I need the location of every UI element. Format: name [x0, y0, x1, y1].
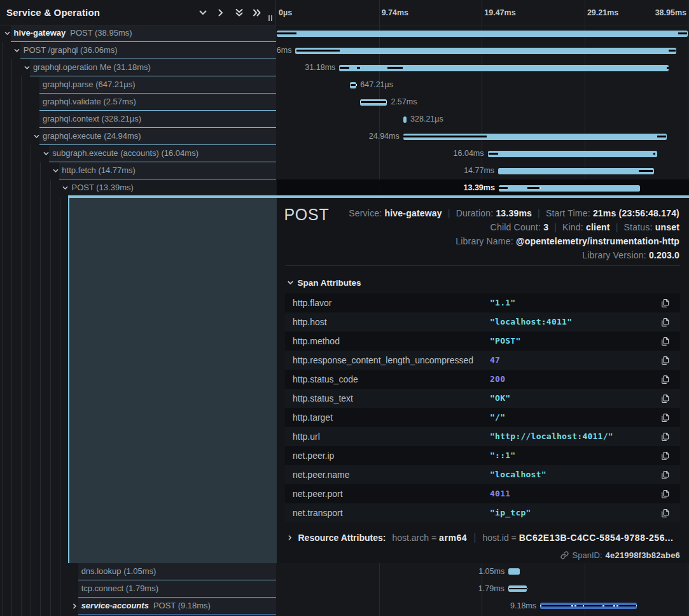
- span-row-name[interactable]: graphql.validate (2.57ms): [0, 94, 276, 111]
- attribute-row: http.url"http://localhost:4011/": [285, 427, 680, 446]
- field-separator: |: [442, 208, 456, 218]
- span-row-name[interactable]: POST /graphql (36.06ms): [0, 42, 276, 59]
- span-row-timeline[interactable]: 36.06ms: [277, 42, 689, 59]
- attribute-key: http.status_code: [293, 370, 358, 389]
- span-id-label: SpanID:: [573, 550, 602, 560]
- span-bar[interactable]: [499, 185, 640, 192]
- resource-value: arm64: [439, 533, 467, 543]
- copy-icon[interactable]: [661, 298, 670, 308]
- span-expand-chevron-icon[interactable]: [71, 603, 78, 610]
- span-collapse-chevron-icon[interactable]: [52, 167, 59, 174]
- span-bar[interactable]: [403, 116, 407, 123]
- collapse-all-icon[interactable]: [234, 8, 244, 18]
- indent-guide: [40, 162, 41, 616]
- copy-icon[interactable]: [661, 394, 670, 403]
- attribute-key: http.target: [293, 408, 333, 427]
- critical-path-segment: [576, 605, 583, 607]
- attribute-key: http.host: [293, 312, 327, 332]
- span-collapse-chevron-icon[interactable]: [13, 47, 20, 54]
- field-separator: |: [610, 222, 624, 232]
- resource-attributes-row[interactable]: Resource Attributes: host.arch = arm64|h…: [287, 531, 674, 544]
- critical-path-segment: [509, 588, 527, 590]
- span-row-timeline[interactable]: 1.05ms: [277, 563, 689, 580]
- span-detail-title: POST: [284, 206, 330, 224]
- copy-icon[interactable]: [661, 375, 670, 384]
- span-row-name[interactable]: http.fetch (14.77ms): [0, 162, 276, 179]
- span-attributes-table: http.flavor"1.1"http.host"localhost:4011…: [285, 293, 680, 522]
- span-row-name[interactable]: POST (13.39ms): [0, 179, 276, 197]
- attribute-value: "/": [490, 408, 505, 427]
- span-row-name[interactable]: tcp.connect (1.79ms): [0, 580, 276, 598]
- copy-icon[interactable]: [661, 508, 670, 518]
- span-row-name[interactable]: service-accountsPOST (9.18ms): [0, 598, 276, 615]
- span-bar[interactable]: [277, 31, 688, 37]
- copy-icon[interactable]: [661, 356, 670, 365]
- span-collapse-chevron-icon[interactable]: [33, 133, 40, 140]
- span-row-name[interactable]: graphql.context (328.21µs): [0, 111, 276, 128]
- overview-field: Kind: client: [562, 222, 610, 232]
- column-resize-grip[interactable]: [268, 15, 274, 21]
- timeline-tick-label: 29.21ms: [587, 0, 618, 25]
- overview-field: Status: unset: [624, 222, 679, 232]
- collapse-one-icon[interactable]: [198, 8, 208, 18]
- critical-path-segment: [541, 605, 571, 607]
- attribute-key: http.url: [293, 427, 320, 446]
- copy-icon[interactable]: [661, 337, 670, 346]
- span-collapse-chevron-icon[interactable]: [24, 64, 31, 71]
- span-bar[interactable]: [498, 168, 654, 174]
- critical-path-segment: [361, 101, 386, 103]
- span-collapse-chevron-icon[interactable]: [43, 150, 50, 157]
- overview-field: Start Time: 21ms (23:56:48.174): [546, 208, 679, 218]
- copy-icon[interactable]: [661, 413, 670, 423]
- link-icon[interactable]: [560, 551, 569, 559]
- copy-icon[interactable]: [661, 318, 670, 327]
- span-row-name[interactable]: graphql.operation Me (31.18ms): [0, 59, 276, 76]
- span-row-timeline[interactable]: 16.04ms: [277, 145, 689, 162]
- span-row-timeline[interactable]: 24.94ms: [277, 128, 689, 145]
- critical-path-segment: [499, 187, 508, 189]
- critical-path-segment: [527, 187, 539, 189]
- span-row-timeline[interactable]: 31.18ms: [277, 59, 689, 76]
- copy-icon[interactable]: [661, 451, 670, 461]
- operation-name: POST (9.18ms): [153, 601, 211, 610]
- span-row-name[interactable]: graphql.parse (647.21µs): [0, 76, 276, 94]
- critical-path-segment: [639, 170, 653, 172]
- span-bar[interactable]: [488, 151, 657, 157]
- span-collapse-chevron-icon[interactable]: [4, 30, 11, 37]
- span-row-timeline[interactable]: 328.21µs: [277, 111, 689, 128]
- critical-path-segment: [669, 50, 676, 52]
- resource-attributes-preview: host.arch = arm64|host.id = BC62E13B-C4C…: [392, 532, 673, 543]
- resource-value: BC62E13B-C4CC-5854-9788-256...: [519, 533, 674, 543]
- operation-name: POST (13.39ms): [72, 183, 134, 192]
- span-row-timeline[interactable]: [277, 25, 689, 42]
- span-row-timeline[interactable]: 14.77ms: [277, 162, 689, 179]
- critical-path-segment: [584, 605, 602, 607]
- span-row-name[interactable]: dns.lookup (1.05ms): [0, 563, 276, 580]
- span-row-name[interactable]: graphql.execute (24.94ms): [0, 128, 276, 145]
- copy-icon[interactable]: [661, 432, 670, 442]
- span-row-timeline[interactable]: 2.57ms: [277, 94, 689, 111]
- span-row-name[interactable]: subgraph.execute (accounts) (16.04ms): [0, 145, 276, 162]
- indent-guide: [31, 145, 31, 616]
- span-collapse-chevron-icon[interactable]: [62, 185, 69, 192]
- copy-icon[interactable]: [661, 489, 670, 499]
- expand-one-icon[interactable]: [216, 8, 226, 18]
- span-id-row: SpanID: 4e21998f3b82abe6: [560, 549, 680, 561]
- span-duration-label: 328.21µs: [410, 111, 443, 128]
- operation-name: graphql.context (328.21µs): [43, 114, 141, 123]
- span-row-timeline[interactable]: 647.21µs: [277, 76, 689, 94]
- span-row-timeline[interactable]: 13.39ms: [277, 179, 689, 197]
- span-bar[interactable]: [295, 48, 676, 54]
- expand-all-icon[interactable]: [252, 8, 262, 18]
- operation-name: dns.lookup (1.05ms): [81, 566, 157, 576]
- span-row-timeline[interactable]: 1.79ms: [277, 580, 689, 598]
- span-row-timeline[interactable]: 9.18ms: [277, 598, 689, 615]
- span-name-label: POST (13.39ms): [72, 179, 134, 196]
- detail-divider: [286, 265, 681, 266]
- span-attributes-header[interactable]: Span Attributes: [287, 276, 361, 289]
- attribute-value: "ip_tcp": [490, 503, 531, 522]
- copy-icon[interactable]: [661, 470, 670, 480]
- span-bar[interactable]: [508, 568, 519, 575]
- span-row-name[interactable]: hive-gatewayPOST (38.95ms): [0, 25, 276, 42]
- field-separator: |: [532, 208, 546, 218]
